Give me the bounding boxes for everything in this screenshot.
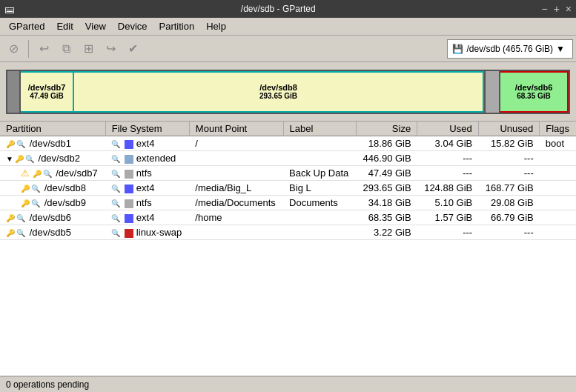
cell-partition: 🔑🔍 /dev/sdb9	[0, 196, 105, 210]
menu-item-edit[interactable]: Edit	[50, 19, 79, 33]
key-icon: 🔑	[6, 140, 15, 148]
device-label: /dev/sdb (465.76 GiB)	[466, 44, 553, 54]
table-row[interactable]: 🔑🔍 /dev/sdb9🔍 ntfs/media/DocumentsDocume…	[0, 196, 576, 210]
col-unused: Unused	[478, 122, 540, 136]
unallocated-left[interactable]	[7, 71, 21, 113]
redo-button[interactable]: ↪	[100, 39, 121, 59]
apply-button[interactable]: ✔	[122, 39, 143, 59]
key-icon: 🔑	[6, 229, 15, 237]
cell-size: 34.18 GiB	[356, 196, 417, 210]
paste-button[interactable]: ⊞	[78, 39, 99, 59]
fs-magnifier-icon: 🔍	[111, 140, 120, 148]
partition-block-sdb7[interactable]: /dev/sdb7 47.49 GiB	[21, 71, 74, 113]
maximize-button[interactable]: +	[554, 3, 560, 15]
cell-unused: 15.82 GiB	[478, 136, 540, 151]
device-selector[interactable]: 💾 /dev/sdb (465.76 GiB) ▼	[447, 39, 573, 59]
table-row[interactable]: ⚠ 🔑🔍 /dev/sdb7🔍 ntfsBack Up Data47.49 Gi…	[0, 166, 576, 181]
col-size: Size	[356, 122, 417, 136]
fs-name: ext4	[136, 182, 155, 193]
close-button[interactable]: ×	[566, 3, 572, 15]
magnifier-icon: 🔍	[16, 214, 25, 222]
col-mountpoint: Mount Point	[189, 122, 283, 136]
cell-partition: 🔑🔍 /dev/sdb8	[0, 181, 105, 196]
menu-item-gparted[interactable]: GParted	[3, 19, 50, 33]
sdb7-label: /dev/sdb7	[28, 83, 66, 92]
cell-filesystem: 🔍 extended	[105, 151, 189, 166]
titlebar-controls[interactable]: − + ×	[541, 3, 572, 15]
fs-magnifier-icon: 🔍	[111, 155, 120, 163]
table-body: 🔑🔍 /dev/sdb1🔍 ext4/18.86 GiB3.04 GiB15.8…	[0, 136, 576, 240]
cell-unused: 66.79 GiB	[478, 210, 540, 225]
table-row[interactable]: 🔑🔍 /dev/sdb1🔍 ext4/18.86 GiB3.04 GiB15.8…	[0, 136, 576, 151]
cell-mountpoint: /media/Big_L	[189, 181, 283, 196]
magnifier-icon: 🔍	[16, 140, 25, 148]
key-icon: 🔑	[6, 214, 15, 222]
cell-filesystem: 🔍 ext4	[105, 136, 189, 151]
table-row[interactable]: 🔑🔍 /dev/sdb5🔍 linux-swap3.22 GiB------	[0, 225, 576, 240]
no-op-button[interactable]: ⊘	[3, 39, 24, 59]
status-text: 0 operations pending	[6, 379, 89, 390]
cell-flags	[540, 225, 576, 240]
cell-label	[283, 151, 356, 166]
cell-flags	[540, 181, 576, 196]
partition-block-sdb6[interactable]: /dev/sdb6 68.35 GiB	[500, 71, 569, 113]
col-filesystem: File System	[105, 122, 189, 136]
cell-size: 68.35 GiB	[356, 210, 417, 225]
toolbar-separator-1	[28, 40, 29, 58]
table-header: Partition File System Mount Point Label …	[0, 122, 576, 136]
partition-name: /dev/sdb8	[44, 182, 86, 193]
fs-color-indicator	[125, 170, 133, 179]
cell-unused: ---	[478, 225, 540, 240]
disk-container: /dev/sdb7 47.49 GiB /dev/sdb8 293.65 GiB…	[6, 70, 570, 114]
cell-flags	[540, 151, 576, 166]
menu-item-help[interactable]: Help	[200, 19, 232, 33]
disk-visual: /dev/sdb7 47.49 GiB /dev/sdb8 293.65 GiB…	[0, 62, 576, 122]
cell-used: 5.10 GiB	[417, 196, 479, 210]
cell-filesystem: 🔍 ext4	[105, 210, 189, 225]
sdb6-label: /dev/sdb6	[515, 83, 553, 92]
cell-size: 18.86 GiB	[356, 136, 417, 151]
cell-flags	[540, 196, 576, 210]
cell-filesystem: 🔍 ntfs	[105, 166, 189, 181]
menu-item-device[interactable]: Device	[112, 19, 153, 33]
partition-block-sdb8[interactable]: /dev/sdb8 293.65 GiB	[74, 71, 484, 113]
fs-magnifier-icon: 🔍	[111, 199, 120, 207]
partition-data-table: Partition File System Mount Point Label …	[0, 122, 576, 240]
col-used: Used	[417, 122, 479, 136]
magnifier-icon: 🔍	[43, 170, 52, 178]
cell-mountpoint: /	[189, 136, 283, 151]
table-row[interactable]: 🔑🔍 /dev/sdb6🔍 ext4/home68.35 GiB1.57 GiB…	[0, 210, 576, 225]
col-flags: Flags	[540, 122, 576, 136]
table-row[interactable]: 🔑🔍 /dev/sdb8🔍 ext4/media/Big_LBig L293.6…	[0, 181, 576, 196]
fs-magnifier-icon: 🔍	[111, 170, 120, 178]
magnifier-icon: 🔍	[31, 185, 40, 193]
table-row[interactable]: ▼🔑🔍 /dev/sdb2🔍 extended446.90 GiB------	[0, 151, 576, 166]
cell-partition: ▼🔑🔍 /dev/sdb2	[0, 151, 105, 166]
cell-partition: 🔑🔍 /dev/sdb5	[0, 225, 105, 240]
expand-arrow[interactable]: ▼	[6, 155, 13, 163]
partition-name: /dev/sdb7	[56, 167, 97, 179]
cell-filesystem: 🔍 ext4	[105, 181, 189, 196]
cell-used: 1.57 GiB	[417, 210, 479, 225]
cell-partition: 🔑🔍 /dev/sdb6	[0, 210, 105, 225]
copy-button[interactable]: ⧉	[56, 39, 76, 59]
fs-name: extended	[136, 153, 176, 164]
unallocated-mid[interactable]	[484, 71, 500, 113]
cell-size: 47.49 GiB	[356, 166, 417, 181]
fs-magnifier-icon: 🔍	[111, 229, 120, 237]
magnifier-icon: 🔍	[16, 229, 25, 237]
cell-label: Documents	[283, 196, 356, 210]
key-icon: 🔑	[33, 170, 42, 178]
cell-label: Back Up Data	[283, 166, 356, 181]
cell-flags	[540, 210, 576, 225]
fs-color-indicator	[125, 229, 133, 238]
minimize-button[interactable]: −	[541, 3, 547, 15]
menu-item-partition[interactable]: Partition	[153, 19, 201, 33]
cell-mountpoint	[189, 225, 283, 240]
cell-mountpoint: /home	[189, 210, 283, 225]
undo-button[interactable]: ↩	[33, 39, 54, 59]
menu-item-view[interactable]: View	[79, 19, 112, 33]
cell-size: 446.90 GiB	[356, 151, 417, 166]
partition-name: /dev/sdb6	[30, 212, 71, 223]
partition-name: /dev/sdb1	[30, 138, 71, 149]
